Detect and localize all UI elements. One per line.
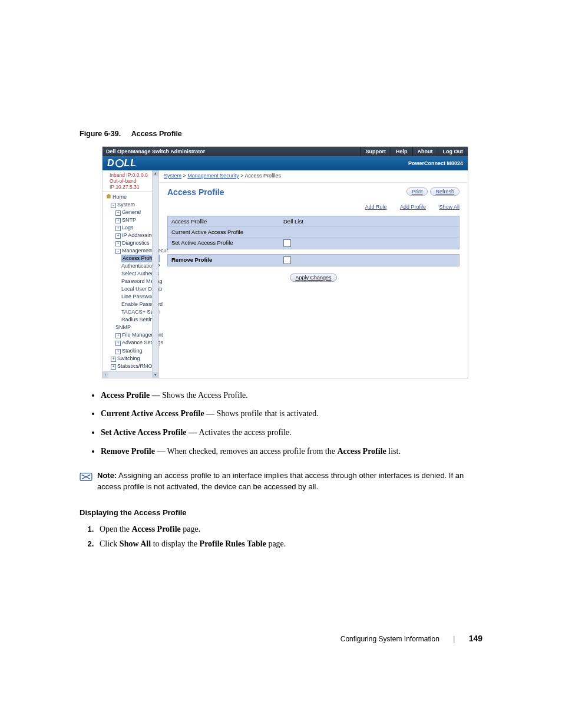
add-rule-link[interactable]: Add Rule [365,204,387,210]
crumb-current: Access Profiles [245,173,282,179]
plus-icon: + [115,218,121,223]
tree-file-mgmt[interactable]: +File Management [104,331,158,339]
figure-title: Access Profile [131,130,182,138]
plus-icon: + [115,241,121,246]
product-label: PowerConnect M8024 [408,160,463,166]
tree-snmp[interactable]: SNMP [104,324,158,331]
tree-stacking[interactable]: +Stacking [104,347,158,355]
refresh-button[interactable]: Refresh [430,187,459,196]
field-descriptions: Access Profile — Shows the Access Profil… [101,389,482,458]
scroll-left-icon[interactable]: ‹ [103,372,108,378]
tree-statistics[interactable]: +Statistics/RMON [104,363,158,370]
figure-label: Figure 6-39. [80,130,121,138]
minus-icon: - [111,203,116,208]
plus-icon: + [111,357,116,362]
tree-local-user[interactable]: Local User Datab [104,285,158,293]
support-link[interactable]: Support [360,147,391,156]
profile-panel: Access Profile Dell List Current Active … [167,216,459,249]
section-heading: Displaying the Access Profile [80,508,482,517]
inband-ip: Inband IP:0.0.0.0 [110,172,156,178]
note-label: Note: [97,471,117,480]
note-icon [80,472,92,482]
row-access-profile-label: Access Profile [171,218,283,225]
tree-auth-profiles[interactable]: Authentication P [104,262,158,270]
step-2: Click Show All to display the Profile Ru… [96,536,482,551]
plus-icon: + [115,341,121,346]
tree-radius[interactable]: Radius Settings [104,316,158,324]
window-titlebar: Dell OpenManage Switch Administrator Sup… [103,147,468,156]
tree-ip-addressing[interactable]: +IP Addressing [104,232,158,239]
page-footer: Configuring System Information | 149 [80,634,482,643]
logo-bar: DLL PowerConnect M8024 [103,156,468,170]
bullet-set-active: Set Active Access Profile — Activates th… [101,426,482,439]
v-scrollbar[interactable]: ▴ ▾ [152,170,158,378]
minus-icon: - [115,249,121,254]
show-all-link[interactable]: Show All [439,204,459,210]
bullet-current-active: Current Active Access Profile — Shows pr… [101,407,482,420]
tree-tacacs[interactable]: TACACS+ Settin [104,308,158,316]
bullet-access-profile: Access Profile — Shows the Access Profil… [101,389,482,402]
plus-icon: + [115,226,121,231]
plus-icon: + [115,349,121,354]
tree-switching[interactable]: +Switching [104,355,158,363]
tree-password-mgmt[interactable]: Password Manag [104,278,158,285]
row-access-profile-value: Dell List [283,218,303,225]
scroll-down-icon[interactable]: ▾ [153,372,158,378]
note-text: Note: Assigning an access profile to an … [97,470,482,493]
screenshot-frame: Dell OpenManage Switch Administrator Sup… [102,146,468,378]
tree-diagnostics[interactable]: +Diagnostics [104,239,158,247]
h-scrollbar[interactable]: ‹› [103,371,158,378]
plus-icon: + [111,364,116,370]
sidebar: Inband IP:0.0.0.0 Out-of-band IP:10.27.5… [103,170,159,378]
plus-icon: + [115,333,121,338]
logout-link[interactable]: Log Out [438,147,468,156]
plus-icon: + [115,210,121,216]
dell-logo: DLL [107,158,137,169]
oob-ip: Out-of-band IP:10.27.5.31 [110,178,156,190]
print-button[interactable]: Print [406,187,428,196]
about-link[interactable]: About [412,147,438,156]
footer-section: Configuring System Information [340,635,439,643]
action-links: Add Rule Add Profile Show All [167,200,459,211]
main-panel: System > Management Security > Access Pr… [159,170,468,378]
crumb-system[interactable]: System [164,173,181,179]
tree-mgmt-security[interactable]: -Management Secur [104,247,158,255]
tree-general[interactable]: +General [104,209,158,216]
step-1: Open the Access Profile page. [96,522,482,536]
tree-access-profiles[interactable]: Access Profiles [104,255,158,262]
steps-list: Open the Access Profile page. Click Show… [96,522,482,551]
tree-enable-password[interactable]: Enable Password [104,301,158,308]
bullet-remove-profile: Remove Profile — When checked, removes a… [101,445,482,458]
tree-system[interactable]: -System [104,201,158,209]
tree-sntp[interactable]: +SNTP [104,216,158,224]
page-title: Access Profile [167,187,224,197]
remove-profile-checkbox[interactable] [283,256,291,264]
plus-icon: + [115,233,121,239]
nav-tree: Home -System +General +SNTP +Logs +IP Ad… [103,192,158,371]
breadcrumb: System > Management Security > Access Pr… [159,170,468,183]
home-icon [106,194,111,199]
add-profile-link[interactable]: Add Profile [400,204,426,210]
tree-logs[interactable]: +Logs [104,224,158,232]
help-link[interactable]: Help [391,147,412,156]
tree-line-password[interactable]: Line Password [104,293,158,301]
row-current-active-label: Current Active Access Profile [171,229,283,235]
scroll-up-icon[interactable]: ▴ [153,170,158,176]
crumb-mgmt-security[interactable]: Management Security [187,173,239,179]
tree-home[interactable]: Home [104,193,158,201]
tree-select-auth[interactable]: Select Authentic [104,270,158,278]
row-set-active-label: Set Active Access Profile [171,239,283,247]
footer-separator: | [453,635,455,643]
figure-caption: Figure 6-39. Access Profile [80,130,482,138]
page-number: 149 [469,634,482,643]
set-active-checkbox[interactable] [283,239,291,247]
note-block: Note: Assigning an access profile to an … [80,470,482,493]
window-title: Dell OpenManage Switch Administrator [103,149,360,154]
ip-block: Inband IP:0.0.0.0 Out-of-band IP:10.27.5… [103,170,158,192]
remove-panel: Remove Profile [167,254,459,266]
remove-profile-label: Remove Profile [171,256,283,264]
apply-changes-button[interactable]: Apply Changes [290,274,336,282]
tree-advance[interactable]: +Advance Settings [104,339,158,347]
